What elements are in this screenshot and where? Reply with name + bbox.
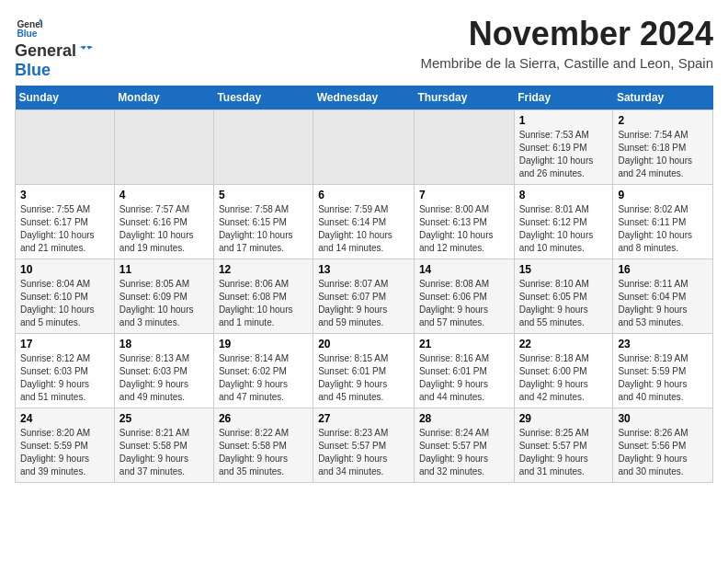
day-number: 25 [119, 412, 209, 425]
day-info: Sunrise: 8:12 AM Sunset: 6:03 PM Dayligh… [20, 352, 109, 404]
calendar-cell [16, 109, 115, 184]
calendar-cell [313, 109, 415, 184]
calendar-cell: 7Sunrise: 8:00 AM Sunset: 6:13 PM Daylig… [414, 184, 514, 259]
day-number: 8 [519, 189, 609, 201]
day-info: Sunrise: 8:13 AM Sunset: 6:03 PM Dayligh… [119, 352, 209, 404]
day-number: 7 [419, 189, 509, 201]
day-number: 27 [318, 412, 409, 425]
day-number: 16 [618, 263, 708, 276]
header-saturday: Saturday [613, 86, 713, 110]
day-info: Sunrise: 8:25 AM Sunset: 5:57 PM Dayligh… [519, 427, 609, 478]
day-info: Sunrise: 8:23 AM Sunset: 5:57 PM Dayligh… [318, 427, 409, 478]
day-info: Sunrise: 8:22 AM Sunset: 5:58 PM Dayligh… [219, 427, 308, 478]
day-number: 22 [519, 338, 609, 350]
logo-blue: Blue [15, 61, 95, 80]
calendar-cell: 17Sunrise: 8:12 AM Sunset: 6:03 PM Dayli… [16, 333, 115, 408]
day-info: Sunrise: 8:19 AM Sunset: 5:59 PM Dayligh… [618, 352, 708, 404]
calendar-cell: 5Sunrise: 7:58 AM Sunset: 6:15 PM Daylig… [213, 184, 313, 259]
day-number: 15 [519, 263, 609, 276]
day-info: Sunrise: 8:05 AM Sunset: 6:09 PM Dayligh… [119, 278, 209, 329]
calendar-week-1: 1Sunrise: 7:53 AM Sunset: 6:19 PM Daylig… [16, 109, 713, 184]
day-info: Sunrise: 8:18 AM Sunset: 6:00 PM Dayligh… [519, 352, 609, 404]
day-number: 30 [618, 412, 708, 425]
day-number: 6 [318, 189, 409, 201]
calendar-cell: 11Sunrise: 8:05 AM Sunset: 6:09 PM Dayli… [114, 259, 213, 333]
calendar-cell [213, 109, 313, 184]
header-wednesday: Wednesday [313, 86, 415, 110]
day-info: Sunrise: 8:16 AM Sunset: 6:01 PM Dayligh… [419, 352, 509, 404]
day-number: 20 [318, 338, 409, 350]
day-info: Sunrise: 8:11 AM Sunset: 6:04 PM Dayligh… [618, 278, 708, 329]
calendar-cell: 4Sunrise: 7:57 AM Sunset: 6:16 PM Daylig… [114, 184, 213, 259]
day-number: 13 [318, 263, 409, 276]
day-number: 4 [119, 189, 209, 201]
calendar-cell: 27Sunrise: 8:23 AM Sunset: 5:57 PM Dayli… [313, 408, 415, 482]
calendar-cell [114, 109, 213, 184]
header-tuesday: Tuesday [213, 86, 313, 110]
calendar-cell: 22Sunrise: 8:18 AM Sunset: 6:00 PM Dayli… [514, 333, 613, 408]
calendar-cell: 1Sunrise: 7:53 AM Sunset: 6:19 PM Daylig… [514, 109, 613, 184]
calendar-cell: 13Sunrise: 8:07 AM Sunset: 6:07 PM Dayli… [313, 259, 415, 333]
calendar-cell: 21Sunrise: 8:16 AM Sunset: 6:01 PM Dayli… [414, 333, 514, 408]
calendar-cell: 6Sunrise: 7:59 AM Sunset: 6:14 PM Daylig… [313, 184, 415, 259]
svg-text:Blue: Blue [17, 29, 37, 39]
calendar-cell: 19Sunrise: 8:14 AM Sunset: 6:02 PM Dayli… [213, 333, 313, 408]
calendar-cell: 8Sunrise: 8:01 AM Sunset: 6:12 PM Daylig… [514, 184, 613, 259]
logo-bird-icon [78, 45, 95, 58]
day-number: 3 [20, 189, 109, 201]
calendar-cell: 18Sunrise: 8:13 AM Sunset: 6:03 PM Dayli… [114, 333, 213, 408]
day-info: Sunrise: 7:54 AM Sunset: 6:18 PM Dayligh… [618, 129, 708, 180]
calendar-cell: 30Sunrise: 8:26 AM Sunset: 5:56 PM Dayli… [613, 408, 713, 482]
page-header: General Blue General Blue November 2024 … [15, 15, 713, 80]
calendar-week-4: 17Sunrise: 8:12 AM Sunset: 6:03 PM Dayli… [16, 333, 713, 408]
day-number: 17 [20, 338, 109, 350]
logo-general: General [15, 42, 76, 61]
calendar-cell: 16Sunrise: 8:11 AM Sunset: 6:04 PM Dayli… [613, 259, 713, 333]
calendar-cell: 14Sunrise: 8:08 AM Sunset: 6:06 PM Dayli… [414, 259, 514, 333]
calendar-week-5: 24Sunrise: 8:20 AM Sunset: 5:59 PM Dayli… [16, 408, 713, 482]
calendar-cell: 2Sunrise: 7:54 AM Sunset: 6:18 PM Daylig… [613, 109, 713, 184]
day-number: 29 [519, 412, 609, 425]
day-number: 21 [419, 338, 509, 350]
day-info: Sunrise: 7:59 AM Sunset: 6:14 PM Dayligh… [318, 203, 409, 255]
calendar-cell: 15Sunrise: 8:10 AM Sunset: 6:05 PM Dayli… [514, 259, 613, 333]
day-info: Sunrise: 8:10 AM Sunset: 6:05 PM Dayligh… [519, 278, 609, 329]
calendar-cell: 20Sunrise: 8:15 AM Sunset: 6:01 PM Dayli… [313, 333, 415, 408]
day-info: Sunrise: 7:53 AM Sunset: 6:19 PM Dayligh… [519, 129, 609, 180]
header-thursday: Thursday [414, 86, 514, 110]
calendar-table: SundayMondayTuesdayWednesdayThursdayFrid… [15, 86, 713, 483]
calendar-cell: 24Sunrise: 8:20 AM Sunset: 5:59 PM Dayli… [16, 408, 115, 482]
logo-icon: General Blue [17, 18, 42, 39]
calendar-cell: 29Sunrise: 8:25 AM Sunset: 5:57 PM Dayli… [514, 408, 613, 482]
day-number: 18 [119, 338, 209, 350]
header-friday: Friday [514, 86, 613, 110]
day-info: Sunrise: 8:24 AM Sunset: 5:57 PM Dayligh… [419, 427, 509, 478]
day-number: 1 [519, 114, 609, 127]
day-info: Sunrise: 8:00 AM Sunset: 6:13 PM Dayligh… [419, 203, 509, 255]
day-info: Sunrise: 8:08 AM Sunset: 6:06 PM Dayligh… [419, 278, 509, 329]
page-title: November 2024 [420, 15, 713, 53]
day-number: 12 [219, 263, 308, 276]
calendar-cell: 9Sunrise: 8:02 AM Sunset: 6:11 PM Daylig… [613, 184, 713, 259]
day-info: Sunrise: 8:06 AM Sunset: 6:08 PM Dayligh… [219, 278, 308, 329]
header-sunday: Sunday [16, 86, 115, 110]
day-info: Sunrise: 8:26 AM Sunset: 5:56 PM Dayligh… [618, 427, 708, 478]
day-number: 9 [618, 189, 708, 201]
day-info: Sunrise: 7:58 AM Sunset: 6:15 PM Dayligh… [219, 203, 308, 255]
day-info: Sunrise: 8:01 AM Sunset: 6:12 PM Dayligh… [519, 203, 609, 255]
day-number: 23 [618, 338, 708, 350]
day-number: 19 [219, 338, 308, 350]
day-number: 2 [618, 114, 708, 127]
day-info: Sunrise: 8:21 AM Sunset: 5:58 PM Dayligh… [119, 427, 209, 478]
page-subtitle: Membribe de la Sierra, Castille and Leon… [420, 55, 713, 71]
calendar-cell: 25Sunrise: 8:21 AM Sunset: 5:58 PM Dayli… [114, 408, 213, 482]
day-info: Sunrise: 8:20 AM Sunset: 5:59 PM Dayligh… [20, 427, 109, 478]
header-monday: Monday [114, 86, 213, 110]
day-info: Sunrise: 8:07 AM Sunset: 6:07 PM Dayligh… [318, 278, 409, 329]
calendar-week-2: 3Sunrise: 7:55 AM Sunset: 6:17 PM Daylig… [16, 184, 713, 259]
day-number: 11 [119, 263, 209, 276]
day-number: 10 [20, 263, 109, 276]
day-number: 26 [219, 412, 308, 425]
calendar-cell: 12Sunrise: 8:06 AM Sunset: 6:08 PM Dayli… [213, 259, 313, 333]
title-block: November 2024 Membribe de la Sierra, Cas… [420, 15, 713, 71]
